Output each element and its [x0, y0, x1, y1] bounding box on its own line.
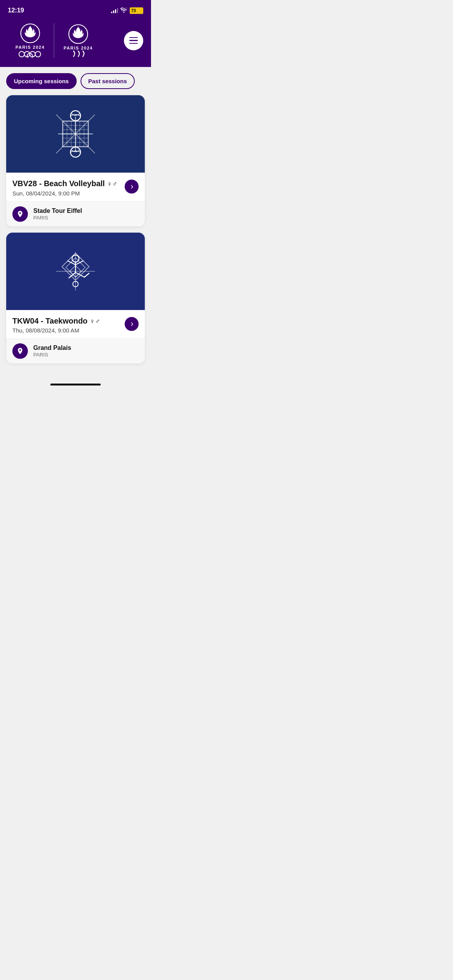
session-date-tkw04: Thu, 08/08/2024, 9:00 AM	[12, 327, 100, 334]
home-indicator-bar	[50, 384, 101, 385]
card-image-beach-volleyball	[6, 95, 145, 173]
olympic-rings	[19, 51, 42, 58]
status-bar: 12:19 73⚡	[0, 0, 151, 19]
home-indicator	[0, 379, 151, 389]
card-venue-tkw04: Grand Palais PARIS	[6, 339, 145, 363]
sessions-list: VBV28 - Beach Volleyball ♀♂ Sun, 08/04/2…	[0, 95, 151, 379]
session-title-vbv28: VBV28 - Beach Volleyball ♀♂	[12, 179, 117, 188]
session-date-vbv28: Sun, 08/04/2024, 9:00 PM	[12, 190, 117, 197]
tab-bar: Upcoming sessions Past sessions	[0, 67, 151, 95]
svg-line-32	[84, 273, 89, 277]
header-logos: PARiS 2024 PARiS 2024	[8, 23, 124, 58]
taekwondo-icon	[50, 246, 101, 296]
session-card-tkw04: TKW04 - Taekwondo ♀♂ Thu, 08/08/2024, 9:…	[6, 233, 145, 364]
svg-point-4	[35, 51, 41, 57]
session-arrow-vbv28[interactable]	[125, 180, 139, 194]
battery-indicator: 73⚡	[130, 7, 143, 14]
paralympics-logo: PARiS 2024	[54, 24, 100, 57]
paralympic-symbol	[70, 50, 86, 57]
card-venue-vbv28: Stade Tour Eiffel PARIS	[6, 202, 145, 226]
flame-icon-paralympics	[68, 24, 88, 44]
venue-city-vbv28: PARIS	[33, 215, 82, 221]
card-info-vbv28: VBV28 - Beach Volleyball ♀♂ Sun, 08/04/2…	[6, 173, 145, 202]
location-icon-2	[16, 347, 24, 355]
venue-pin-vbv28	[12, 206, 28, 222]
venue-city-tkw04: PARIS	[33, 352, 71, 358]
gender-symbols-tkw04: ♀♂	[90, 317, 100, 325]
status-icons: 73⚡	[111, 7, 143, 14]
app-header: PARiS 2024 PARiS 2024	[0, 19, 151, 67]
svg-point-1	[19, 51, 24, 57]
signal-icon	[111, 8, 118, 13]
flame-icon-olympics	[20, 23, 40, 43]
upcoming-sessions-tab[interactable]: Upcoming sessions	[6, 73, 77, 89]
session-title-tkw04: TKW04 - Taekwondo ♀♂	[12, 316, 100, 326]
location-icon	[16, 210, 24, 218]
olympics-logo: PARiS 2024	[8, 23, 54, 58]
paralympics-logo-text: PARiS 2024	[63, 46, 93, 50]
olympics-logo-text: PARiS 2024	[15, 45, 45, 50]
session-arrow-tkw04[interactable]	[125, 317, 139, 331]
wifi-icon	[120, 7, 127, 14]
gender-symbols-vbv28: ♀♂	[107, 180, 117, 188]
card-image-taekwondo	[6, 233, 145, 310]
menu-button[interactable]	[124, 31, 143, 50]
session-card-vbv28: VBV28 - Beach Volleyball ♀♂ Sun, 08/04/2…	[6, 95, 145, 226]
venue-name-vbv28: Stade Tour Eiffel	[33, 207, 82, 214]
past-sessions-tab[interactable]: Past sessions	[81, 73, 135, 89]
venue-pin-tkw04	[12, 343, 28, 359]
venue-name-tkw04: Grand Palais	[33, 344, 71, 351]
beach-volleyball-icon	[50, 109, 101, 159]
status-time: 12:19	[8, 7, 24, 14]
card-info-tkw04: TKW04 - Taekwondo ♀♂ Thu, 08/08/2024, 9:…	[6, 310, 145, 339]
